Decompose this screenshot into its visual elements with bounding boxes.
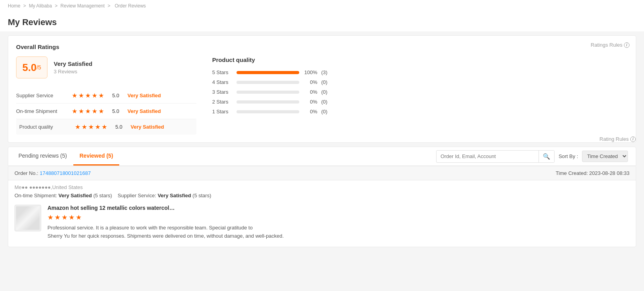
star-4: ★: [92, 107, 97, 115]
bar-track: [236, 100, 299, 104]
pstar-2: ★: [55, 213, 60, 222]
star-5: ★: [98, 92, 104, 99]
bar-label: 1 Stars: [212, 109, 233, 115]
review-product: Amazon hot selling 12 metallic colors wa…: [8, 201, 636, 247]
bar-label: 2 Stars: [212, 99, 233, 105]
rating-label-shipment: On-time Shipment: [16, 108, 67, 114]
search-button[interactable]: 🔍: [538, 151, 554, 162]
tabs-right: 🔍 Sort By : Time Created Rating: [436, 150, 632, 163]
product-details: Amazon hot selling 12 metallic colors wa…: [47, 205, 629, 240]
star-5: ★: [98, 107, 104, 115]
reviewer-info: Me●● ●●●●●●●,United States: [15, 184, 629, 190]
star-3: ★: [85, 92, 91, 99]
score-description: Very Satisfied 3 Reviews: [54, 60, 92, 75]
bar-pct: 0%: [303, 89, 317, 95]
bar-pct: 0%: [303, 99, 317, 105]
page-title: My Reviews: [0, 12, 644, 31]
sort-select[interactable]: Time Created Rating: [582, 151, 628, 162]
breadcrumb: Home > My Alibaba > Review Management > …: [0, 0, 644, 12]
product-name: Amazon hot selling 12 metallic colors wa…: [47, 205, 629, 211]
bar-row-2: 4 Stars 0% (0): [212, 79, 628, 85]
rating-rules-info-icon: i: [630, 136, 636, 142]
stars-shipment: ★ ★ ★ ★ ★: [72, 107, 104, 115]
bar-row-5: 1 Stars 0% (0): [212, 109, 628, 115]
tabs-left: Pending reviews (5) Reviewed (5): [12, 147, 119, 166]
time-created: Time Created: 2023-08-28 08:33: [556, 170, 629, 176]
overall-ratings-heading: Overall Ratings: [16, 44, 628, 50]
pstar-1: ★: [47, 213, 53, 222]
bar-track: [236, 110, 299, 113]
rating-status-shipment: Very Satisfied: [127, 108, 161, 114]
score-block: 5.0/5 Very Satisfied 3 Reviews: [16, 56, 196, 78]
search-box: 🔍: [436, 150, 555, 163]
bar-fill: [236, 71, 299, 74]
product-thumbnail: [15, 205, 41, 231]
sort-label: Sort By :: [558, 153, 578, 159]
product-stars: ★ ★ ★ ★ ★: [47, 213, 629, 222]
bar-count: (0): [321, 79, 327, 85]
rating-rules-link[interactable]: Rating Rules i: [600, 136, 636, 142]
rating-rows: Supplier Service ★ ★ ★ ★ ★ 5.0 Very Sati…: [16, 88, 196, 135]
stars-supplier: ★ ★ ★ ★ ★: [72, 92, 104, 99]
star-1: ★: [72, 107, 77, 115]
search-input[interactable]: [437, 151, 538, 162]
rating-row-shipment: On-time Shipment ★ ★ ★ ★ ★ 5.0 Very Sati…: [16, 104, 196, 119]
rating-label-quality: Product quality: [19, 124, 70, 130]
bar-count: (3): [321, 69, 327, 75]
on-time-status: Very Satisfied: [58, 193, 92, 198]
breadcrumb-myalibaba[interactable]: My Alibaba: [29, 3, 52, 9]
product-quality-title: Product quality: [212, 56, 628, 63]
score-reviews: 3 Reviews: [54, 69, 92, 75]
tabs-container: Rating Rules i Pending reviews (5) Revie…: [8, 147, 636, 166]
star-2: ★: [78, 107, 84, 115]
tab-pending[interactable]: Pending reviews (5): [12, 147, 73, 166]
score-value: 5.0: [22, 62, 36, 74]
star-3: ★: [88, 123, 94, 131]
rating-score-quality: 5.0: [112, 124, 126, 130]
bar-row-4: 2 Stars 0% (0): [212, 99, 628, 105]
star-3: ★: [85, 107, 91, 115]
pstar-4: ★: [69, 213, 75, 222]
bar-count: (0): [321, 99, 327, 105]
bar-rows: 5 Stars 100% (3) 4 Stars 0% (0) 3 Stars …: [212, 69, 628, 115]
review-tags: On-time Shipment: Very Satisfied (5 star…: [15, 193, 629, 198]
rating-status-supplier: Very Satisfied: [127, 93, 161, 98]
overall-layout: 5.0/5 Very Satisfied 3 Reviews Supplier …: [16, 56, 628, 135]
info-icon: i: [624, 42, 629, 48]
review-card-1: Order No.: 174880718001021687 Time Creat…: [8, 166, 636, 247]
review-header: Order No.: 174880718001021687 Time Creat…: [8, 166, 636, 180]
bar-pct: 0%: [303, 79, 317, 85]
breadcrumb-review-management[interactable]: Review Management: [60, 3, 105, 9]
rating-label-supplier: Supplier Service: [16, 93, 67, 98]
pstar-5: ★: [76, 213, 82, 222]
ratings-rules-label: Ratings Rules: [591, 42, 622, 48]
ratings-rules-link[interactable]: Ratings Rules i: [591, 42, 629, 48]
pstar-3: ★: [62, 213, 67, 222]
star-2: ★: [82, 123, 87, 131]
score-label: Very Satisfied: [54, 60, 92, 67]
tab-reviewed[interactable]: Reviewed (5): [73, 147, 120, 166]
star-4: ★: [92, 92, 97, 99]
bar-row-1: 5 Stars 100% (3): [212, 69, 628, 75]
rating-score-shipment: 5.0: [109, 108, 123, 114]
tabs-row: Pending reviews (5) Reviewed (5) 🔍 Sort …: [8, 147, 636, 166]
bar-track: [236, 81, 299, 84]
bar-row-3: 3 Stars 0% (0): [212, 89, 628, 95]
bar-track: [236, 91, 299, 94]
right-panel: Product quality 5 Stars 100% (3) 4 Stars…: [212, 56, 628, 118]
review-list: Order No.: 174880718001021687 Time Creat…: [8, 166, 636, 247]
bar-pct: 0%: [303, 109, 317, 115]
star-4: ★: [95, 123, 100, 131]
bar-label: 4 Stars: [212, 79, 233, 85]
rating-score-supplier: 5.0: [109, 93, 123, 98]
left-panel: 5.0/5 Very Satisfied 3 Reviews Supplier …: [16, 56, 196, 135]
order-id-link[interactable]: 174880718001021687: [40, 170, 91, 176]
breadcrumb-current: Order Reviews: [115, 3, 146, 9]
overall-ratings-card: Ratings Rules i Overall Ratings 5.0/5 Ve…: [8, 35, 636, 143]
product-thumb-image: [16, 206, 40, 230]
stars-quality: ★ ★ ★ ★ ★: [75, 123, 107, 131]
bar-count: (0): [321, 89, 327, 95]
breadcrumb-home[interactable]: Home: [8, 3, 20, 9]
product-review-text: Professional service. It is a pleasure t…: [47, 224, 629, 240]
bar-pct: 100%: [303, 69, 317, 75]
